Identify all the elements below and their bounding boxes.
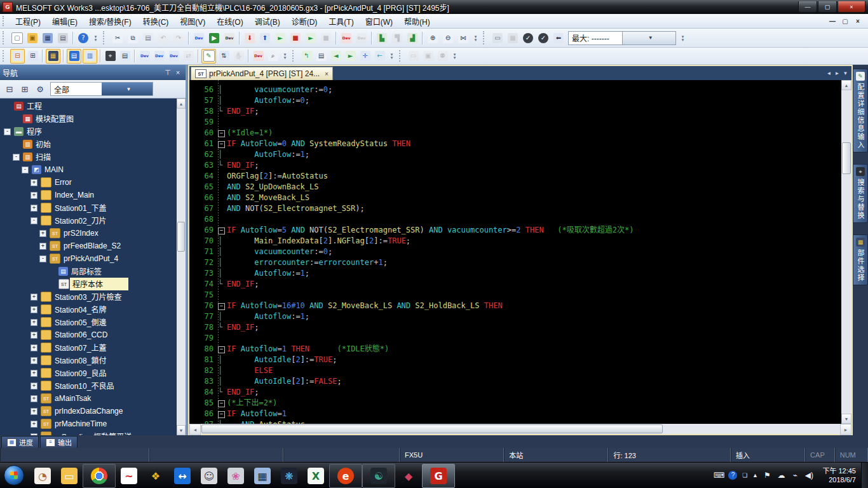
taskbar-teamviewer[interactable]: ↔ [169,464,196,487]
find-binoculars-button[interactable]: ⌖ [104,50,117,63]
new-project-button[interactable]: ▢ [10,31,24,45]
device-monitor-button[interactable]: Dev [339,31,353,45]
expand-icon[interactable]: + [31,357,37,364]
open-project-button[interactable]: ▣ [25,31,39,45]
delete-line-button[interactable]: ← [373,50,386,63]
expand-icon[interactable]: + [31,192,37,199]
taskbar-chrome[interactable] [83,464,116,488]
toolbar-overflow-button[interactable]: ▾▾ [451,49,458,63]
collapse-icon[interactable]: - [22,166,29,173]
cut-button[interactable]: ✂ [111,31,125,45]
find-next-button[interactable]: ► [344,50,357,63]
expand-icon[interactable]: + [31,370,37,377]
taskbar-media-app[interactable]: ❀ [222,464,249,487]
scroll-left-icon[interactable]: ◄ [189,424,201,435]
collapse-icon[interactable]: - [4,128,11,135]
io-check-button[interactable]: ⇅ [217,50,231,63]
copy-button[interactable]: ⧉ [126,31,140,45]
verify-check-2-button[interactable]: ✓ [536,31,550,45]
expand-icon[interactable]: + [39,243,46,250]
menu-帮助[interactable]: 帮助(H) [398,15,436,28]
screen-capture-button[interactable]: ▭ [491,31,505,45]
expand-icon[interactable]: + [31,294,37,301]
expand-icon[interactable]: + [31,205,37,212]
chevron-down-icon[interactable]: ▼ [102,83,153,95]
fold-collapse-icon[interactable]: − [218,128,227,139]
zoom-in-button[interactable]: ⊕ [426,31,440,45]
tree-item-Station06_CCD[interactable]: +Station06_CCD [0,329,177,341]
tree-item-Station05_側邊[interactable]: +Station05_側邊 [0,316,177,329]
watch-window-button[interactable]: ▥ [83,49,97,64]
editor-vertical-scrollbar[interactable]: ▲ ▼ [841,80,851,424]
zoom-out-button[interactable]: ⊖ [441,31,455,45]
docked-tab-搜索与替换[interactable]: ⌖搜索与替换 [853,164,868,223]
taskbar-excel[interactable]: X [302,464,329,487]
toolbar-overflow-button[interactable]: ▾▾ [281,49,288,63]
collapse-icon[interactable]: - [31,217,37,224]
tree-item-Station02_刀片[interactable]: -Station02_刀片 [0,214,177,227]
toolbar-overflow-button[interactable]: ▾▾ [92,31,99,45]
expand-icon[interactable]: + [31,332,37,339]
tree-item-aMainTsak[interactable]: +STaMainTsak [0,392,177,405]
st-code-editor[interactable]: 56│ vacuumcounter:=0;57│ Autoflow:=0;58└… [189,80,841,424]
scroll-up-icon[interactable]: ▲ [841,80,851,90]
toolbar-grip[interactable] [3,31,7,44]
element-selection-button[interactable]: ⊞ [26,50,39,63]
menu-工具[interactable]: 工具(T) [323,15,359,28]
gear-icon[interactable]: ⚙ [32,82,48,96]
fold-collapse-icon[interactable]: − [218,225,227,236]
expand-icon[interactable]: + [31,433,37,436]
pane-split-button[interactable]: ⋈ [456,31,470,45]
tree-item-prPickAndPut_4[interactable]: -STprPickAndPut_4 [0,252,177,265]
editor-horizontal-scrollbar[interactable]: ◄ ► [189,424,851,434]
write-to-plc-button[interactable]: ⬇ [243,31,257,45]
taskbar-gx-works3[interactable]: G [422,464,455,488]
tree-item-扫描[interactable]: -▥扫描 [0,151,177,163]
menu-窗口[interactable]: 窗口(W) [360,15,398,28]
mdi-minimize-button[interactable]: — [826,18,839,25]
verify-check-1-button[interactable]: ✓ [521,31,535,45]
toolbar-grip[interactable] [483,31,487,44]
menu-转换[interactable]: 转换(C) [137,15,175,28]
fold-collapse-icon[interactable]: − [218,301,227,311]
power-plug-icon[interactable]: ⌁ [788,471,802,480]
fold-collapse-icon[interactable]: − [218,139,227,149]
tree-item-Station01_下盖[interactable]: +Station01_下盖 [0,201,177,214]
scroll-up-icon[interactable]: ▲ [177,98,186,109]
tree-item-程序本体[interactable]: ST程序本体 [0,278,177,290]
read-from-plc-button[interactable]: ⬆ [258,31,272,45]
taskbar-gem-app[interactable]: ◆ [395,464,422,487]
toolbar-overflow-button[interactable]: ▾▾ [679,31,686,45]
fold-collapse-icon[interactable]: − [218,344,227,355]
taskbar-file-explorer[interactable]: ▭ [56,464,83,487]
tree-item-模块配置图[interactable]: ▦模块配置图 [0,112,177,125]
taskbar-paint[interactable]: ◔ [29,464,56,487]
monitor-start-button[interactable]: ► [273,31,287,45]
device-batch-button[interactable]: Dev [167,50,180,63]
scroll-down-icon[interactable]: ▼ [841,414,851,424]
tree-item-Station08_鎖付[interactable]: +Station08_鎖付 [0,354,177,367]
dock-tab-输出[interactable]: ≡输出 [40,436,78,448]
taskbar-internet-e[interactable]: e [329,464,362,488]
expand-icon[interactable]: + [31,383,37,390]
toolbar-grip[interactable] [103,31,107,44]
help-button[interactable]: ? [76,31,90,45]
close-button[interactable]: × [837,1,865,13]
tree-item-prFeedBlade_S2[interactable]: +STprFeedBlade_S2 [0,240,177,252]
menu-搜索/替换[interactable]: 搜索/替换(F) [83,15,137,28]
menu-编辑[interactable]: 编辑(E) [46,15,83,28]
menu-在线[interactable]: 在线(O) [211,15,248,28]
expand-icon[interactable]: + [31,179,37,186]
expand-icon[interactable]: + [31,408,37,415]
chevron-down-icon[interactable]: ▼ [622,32,676,44]
tab-list-icon[interactable]: ▼ [841,71,850,76]
tree-item-程序[interactable]: -▬程序 [0,125,177,138]
monitor-mode-button[interactable]: ▶ [207,31,221,45]
start-button[interactable] [4,465,24,485]
zoom-selector-button[interactable]: ⌕ [266,50,280,63]
find-in-document-button[interactable]: ▤ [118,50,132,63]
taskbar-swirl-app[interactable]: ☯ [362,464,395,488]
taskbar-database-tool[interactable]: ❋ [276,464,302,487]
mdi-close-button[interactable]: × [851,18,864,25]
tree-item-Station07_上蓋[interactable]: +Station07_上蓋 [0,341,177,354]
